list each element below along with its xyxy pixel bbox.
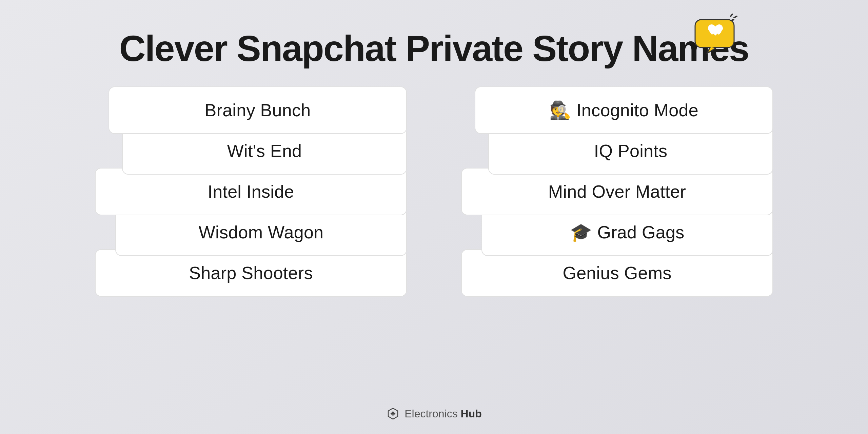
right-card-2: IQ Points [488,127,773,175]
speech-bubble-icon [692,14,739,59]
columns-wrapper: Brainy Bunch Wit's End Intel Inside Wisd… [0,86,868,297]
right-card-3-text: Mind Over Matter [548,181,686,202]
footer-logo: Electronics Hub [386,407,482,420]
right-card-4-text: 🎓 Grad Gags [570,222,684,243]
svg-line-2 [732,20,734,20]
left-card-1: Brainy Bunch [108,86,407,134]
right-card-1-text: 🕵️ Incognito Mode [549,100,698,121]
left-card-2-text: Wit's End [227,141,302,161]
right-card-1: 🕵️ Incognito Mode [475,86,773,134]
right-card-4: 🎓 Grad Gags [481,209,773,256]
left-card-5: Sharp Shooters [95,249,407,297]
left-card-5-text: Sharp Shooters [189,263,313,283]
left-card-4: Wisdom Wagon [115,209,407,256]
right-card-5: Genius Gems [461,249,773,297]
right-card-5-text: Genius Gems [563,263,671,283]
left-column: Brainy Bunch Wit's End Intel Inside Wisd… [95,86,407,297]
left-card-2: Wit's End [122,127,407,175]
right-card-2-text: IQ Points [594,141,668,161]
electronics-hub-logo-icon [386,407,400,420]
left-card-3-text: Intel Inside [208,181,294,202]
footer-brand-strong: Hub [461,408,482,420]
svg-line-1 [734,16,737,18]
svg-line-0 [731,14,732,16]
left-card-3: Intel Inside [95,168,407,215]
left-card-1-text: Brainy Bunch [205,100,311,120]
header-area: Clever Snapchat Private Story Names [0,0,868,86]
right-card-3: Mind Over Matter [461,168,773,215]
page-title: Clever Snapchat Private Story Names [119,27,749,70]
footer-brand-text: Electronics Hub [405,408,482,420]
footer: Electronics Hub [386,407,482,420]
page-wrapper: Clever Snapchat Private Story Names [0,0,868,434]
right-column: 🕵️ Incognito Mode IQ Points Mind Over Ma… [461,86,773,297]
left-card-4-text: Wisdom Wagon [199,222,324,242]
